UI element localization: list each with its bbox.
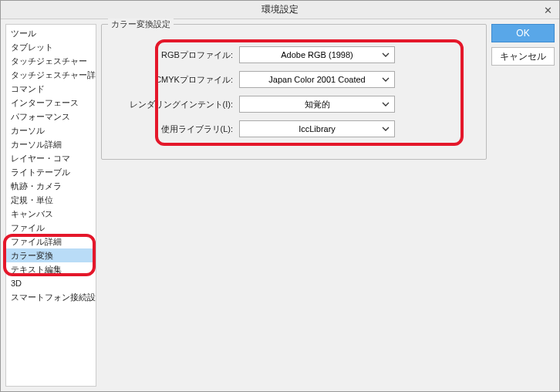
form-select[interactable]: 知覚的 [239, 96, 395, 113]
chevron-down-icon [382, 127, 390, 131]
form-select[interactable]: IccLibrary [239, 120, 395, 137]
dialog-body: ツールタブレットタッチジェスチャータッチジェスチャー詳細コマンドインターフェース… [1, 19, 559, 391]
titlebar: 環境設定 ✕ [1, 1, 559, 19]
form-row: レンダリングインテント(I):知覚的 [116, 96, 472, 113]
sidebar-item[interactable]: テキスト編集 [6, 262, 96, 276]
sidebar-item[interactable]: コマンド [6, 82, 96, 96]
sidebar-item[interactable]: 軌跡・カメラ [6, 179, 96, 193]
form-label: レンダリングインテント(I): [116, 99, 239, 110]
select-value: IccLibrary [240, 124, 394, 133]
chevron-down-icon [382, 77, 390, 82]
close-button[interactable]: ✕ [536, 1, 559, 19]
main-panel: カラー変換設定 RGBプロファイル:Adobe RGB (1998)CMYKプロ… [101, 24, 487, 387]
select-value: Adobe RGB (1998) [240, 50, 394, 59]
sidebar-item[interactable]: キャンバス [6, 207, 96, 221]
dialog-buttons: OK キャンセル [491, 24, 555, 387]
sidebar-item[interactable]: インターフェース [6, 96, 96, 110]
sidebar-item[interactable]: ライトテーブル [6, 165, 96, 179]
form-select[interactable]: Japan Color 2001 Coated [239, 71, 395, 88]
sidebar-item[interactable]: カラー変換 [6, 248, 96, 262]
sidebar-item[interactable]: カーソル詳細 [6, 137, 96, 151]
sidebar-item[interactable]: タブレット [6, 40, 96, 54]
sidebar-item[interactable]: カーソル [6, 123, 96, 137]
sidebar-item[interactable]: 3D [6, 276, 96, 290]
form-label: RGBプロファイル: [116, 49, 239, 61]
window-title: 環境設定 [261, 3, 299, 16]
close-icon: ✕ [544, 5, 552, 16]
color-conversion-fieldset: カラー変換設定 RGBプロファイル:Adobe RGB (1998)CMYKプロ… [101, 24, 487, 160]
form-row: RGBプロファイル:Adobe RGB (1998) [116, 46, 472, 63]
select-value: 知覚的 [240, 99, 394, 110]
sidebar: ツールタブレットタッチジェスチャータッチジェスチャー詳細コマンドインターフェース… [5, 24, 96, 387]
form-row: 使用ライブラリ(L):IccLibrary [116, 120, 472, 137]
sidebar-item[interactable]: ファイル [6, 221, 96, 235]
sidebar-item[interactable]: スマートフォン接続設定 [6, 290, 96, 304]
form-row: CMYKプロファイル:Japan Color 2001 Coated [116, 71, 472, 88]
preferences-dialog: 環境設定 ✕ ツールタブレットタッチジェスチャータッチジェスチャー詳細コマンドイ… [0, 0, 560, 392]
cancel-button[interactable]: キャンセル [491, 47, 555, 66]
fieldset-legend: カラー変換設定 [108, 19, 174, 30]
sidebar-item[interactable]: タッチジェスチャー詳細 [6, 68, 96, 82]
sidebar-item[interactable]: ツール [6, 26, 96, 40]
sidebar-item[interactable]: レイヤー・コマ [6, 151, 96, 165]
sidebar-item[interactable]: 定規・単位 [6, 193, 96, 207]
sidebar-item[interactable]: タッチジェスチャー [6, 54, 96, 68]
select-value: Japan Color 2001 Coated [240, 75, 394, 84]
chevron-down-icon [382, 52, 390, 57]
form-label: CMYKプロファイル: [116, 74, 239, 86]
ok-button[interactable]: OK [491, 24, 555, 42]
form-label: 使用ライブラリ(L): [116, 123, 239, 135]
sidebar-item[interactable]: ファイル詳細 [6, 235, 96, 248]
sidebar-item[interactable]: パフォーマンス [6, 110, 96, 123]
chevron-down-icon [382, 102, 390, 106]
form-select[interactable]: Adobe RGB (1998) [239, 46, 395, 63]
